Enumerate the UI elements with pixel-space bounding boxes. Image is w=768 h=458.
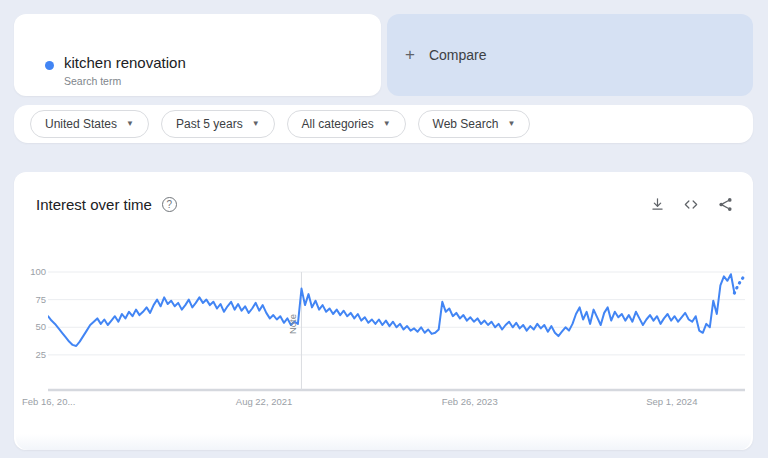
y-axis-label: 50 <box>20 321 46 332</box>
filter-category-label: All categories <box>302 117 374 131</box>
trend-line-chart[interactable]: 100755025 Feb 16, 20...Aug 22, 2021Feb 2… <box>14 172 753 450</box>
compare-inner: + Compare <box>405 14 487 96</box>
y-axis-label: 25 <box>20 349 46 360</box>
x-axis-label: Feb 16, 20... <box>22 396 75 407</box>
filter-search-type-dropdown[interactable]: Web Search ▼ <box>418 110 531 138</box>
note-marker-label[interactable]: Note <box>287 314 298 334</box>
search-term-card[interactable]: kitchen renovation Search term <box>14 14 381 96</box>
x-axis-label: Feb 26, 2023 <box>442 396 498 407</box>
interest-over-time-card: Interest over time ? <box>14 172 753 450</box>
chart-canvas[interactable] <box>48 265 748 395</box>
filter-category-dropdown[interactable]: All categories ▼ <box>287 110 406 138</box>
y-axis-label: 100 <box>20 266 46 277</box>
compare-add-card[interactable]: + Compare <box>387 14 753 96</box>
chevron-down-icon: ▼ <box>252 120 260 128</box>
chevron-down-icon: ▼ <box>507 120 515 128</box>
search-term-label: kitchen renovation <box>64 54 186 71</box>
series-color-dot <box>45 61 54 70</box>
filter-country-label: United States <box>45 117 117 131</box>
x-axis-label: Sep 1, 2024 <box>646 396 697 407</box>
compare-label: Compare <box>429 47 487 63</box>
y-axis-label: 75 <box>20 294 46 305</box>
plus-icon: + <box>405 45 415 65</box>
filter-time-range-label: Past 5 years <box>176 117 243 131</box>
x-axis-label: Aug 22, 2021 <box>236 396 293 407</box>
search-term-type: Search term <box>64 75 121 87</box>
filter-time-range-dropdown[interactable]: Past 5 years ▼ <box>161 110 275 138</box>
filter-bar: United States ▼ Past 5 years ▼ All categ… <box>14 105 753 143</box>
filter-country-dropdown[interactable]: United States ▼ <box>30 110 149 138</box>
chevron-down-icon: ▼ <box>126 120 134 128</box>
chevron-down-icon: ▼ <box>383 120 391 128</box>
filter-search-type-label: Web Search <box>433 117 499 131</box>
